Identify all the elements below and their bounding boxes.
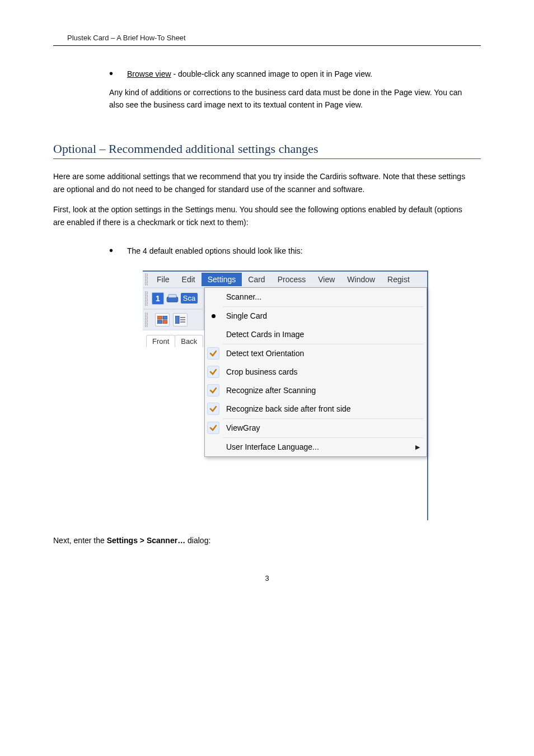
page-number: 3: [53, 574, 481, 582]
submenu-arrow-icon: ▶: [415, 444, 420, 451]
menu-view[interactable]: View: [312, 273, 341, 286]
section-para-2: First, look at the option settings in th…: [53, 203, 470, 228]
svg-rect-9: [180, 321, 185, 323]
menu-item-recognize-back[interactable]: Recognize back side after front side: [205, 400, 427, 418]
menu-item-detect-cards[interactable]: Detect Cards in Image: [205, 325, 427, 344]
menu-item-scanner[interactable]: Scanner...: [205, 288, 427, 306]
menubar: File Edit Settings Card Process View Win…: [143, 270, 427, 287]
scanner-icon: [166, 294, 179, 303]
svg-rect-8: [180, 319, 185, 320]
section-para-1: Here are some additional settings that w…: [53, 170, 470, 195]
page-header: Plustek Card – A Brief How-To Sheet: [67, 34, 481, 42]
checkmark-icon: [207, 422, 219, 434]
bullet-text: Browse view - double-click any scanned i…: [127, 68, 372, 80]
svg-rect-5: [163, 320, 167, 324]
menu-process[interactable]: Process: [271, 273, 312, 286]
menu-item-viewgray[interactable]: ViewGray: [205, 419, 427, 437]
menu-edit[interactable]: Edit: [176, 273, 202, 286]
app-screenshot: File Edit Settings Card Process View Win…: [143, 270, 428, 520]
checkmark-icon: [207, 403, 219, 415]
toolbar-badge: 1: [152, 292, 164, 305]
section-heading: Optional – Recommended additional settin…: [53, 142, 481, 156]
menu-item-crop[interactable]: Crop business cards: [205, 363, 427, 381]
menu-item-ui-language[interactable]: User Interface Language... ▶: [205, 438, 427, 456]
svg-rect-3: [163, 316, 167, 319]
bullet-dot: •: [109, 69, 113, 77]
settings-dropdown: Scanner... Single Card Detect Cards in I…: [204, 287, 427, 457]
paragraph-pageview: Any kind of additions or corrections to …: [109, 87, 464, 111]
bullet-dot: •: [109, 246, 113, 254]
scan-button[interactable]: Sca: [181, 293, 198, 304]
svg-rect-4: [157, 320, 162, 324]
menu-file[interactable]: File: [151, 273, 176, 286]
menu-register[interactable]: Regist: [381, 273, 416, 286]
drag-grip-icon: [145, 312, 148, 327]
bullet-item-1: • Browse view - double-click any scanned…: [109, 68, 481, 80]
section-divider: [53, 158, 481, 159]
svg-rect-7: [180, 317, 185, 318]
svg-rect-2: [157, 316, 162, 319]
menu-settings[interactable]: Settings: [202, 273, 242, 286]
footnote-para: Next, enter the Settings > Scanner… dial…: [53, 535, 470, 547]
radio-selected-icon: [212, 314, 216, 318]
checkmark-icon: [207, 366, 219, 378]
bullet-item-2: • The 4 default enabled options should l…: [109, 245, 481, 257]
menu-card[interactable]: Card: [242, 273, 271, 286]
bullet-text: The 4 default enabled options should loo…: [127, 245, 303, 257]
drag-grip-icon: [145, 291, 148, 306]
svg-rect-6: [175, 316, 179, 324]
menu-item-single-card[interactable]: Single Card: [205, 307, 427, 325]
view-mode-button-1[interactable]: [155, 313, 170, 326]
menu-item-recognize-after[interactable]: Recognize after Scanning: [205, 381, 427, 400]
checkmark-icon: [207, 384, 219, 396]
menu-item-detect-text[interactable]: Detect text Orientation: [205, 344, 427, 363]
menu-window[interactable]: Window: [341, 273, 381, 286]
tab-back[interactable]: Back: [175, 335, 203, 347]
checkmark-icon: [207, 347, 219, 360]
svg-rect-1: [168, 295, 176, 297]
drag-grip-icon: [145, 273, 148, 286]
tab-front[interactable]: Front: [146, 335, 175, 347]
header-divider: [53, 45, 481, 46]
view-mode-button-2[interactable]: [173, 313, 188, 326]
